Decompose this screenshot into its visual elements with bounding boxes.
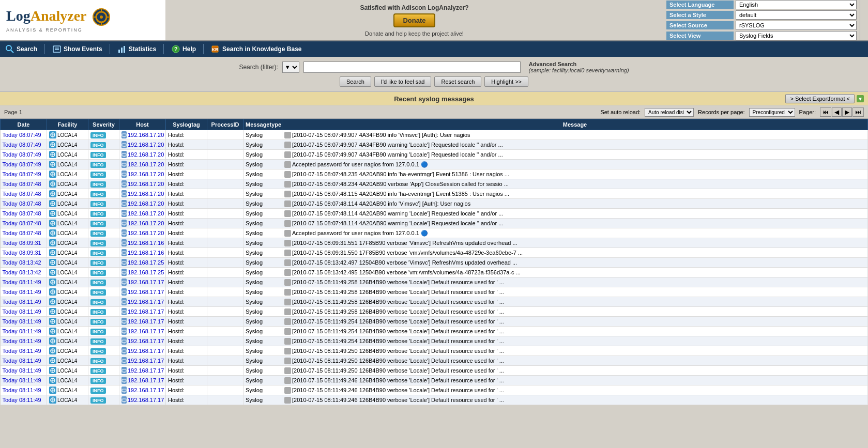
toolbar-kb[interactable]: KB Search in Knowledge Base xyxy=(209,43,303,55)
table-row[interactable]: Today 08:11:49 LOCAL4 INFO 192.168.17.17… xyxy=(1,277,868,287)
table-row[interactable]: Today 08:07:49 LOCAL4 INFO 192.168.17.20… xyxy=(1,140,868,150)
table-row[interactable]: Today 08:11:49 LOCAL4 INFO 192.168.17.17… xyxy=(1,317,868,327)
cell-syslogtag: Hostd: xyxy=(166,385,207,395)
facility-icon xyxy=(49,161,56,168)
table-row[interactable]: Today 08:11:49 LOCAL4 INFO 192.168.17.17… xyxy=(1,307,868,317)
view-select[interactable]: Syslog Fields xyxy=(736,31,857,40)
cell-processid xyxy=(207,356,243,366)
cell-host: 192.168.17.16 xyxy=(119,238,166,248)
pager-buttons: ⏮ ◀ ▶ ⏭ xyxy=(820,107,864,117)
cell-processid xyxy=(207,317,243,327)
cell-severity: INFO xyxy=(88,228,119,238)
table-row[interactable]: Today 08:13:42 LOCAL4 INFO 192.168.17.25… xyxy=(1,268,868,277)
export-format-button[interactable]: > Select Exportformat < xyxy=(785,94,855,103)
table-row[interactable]: Today 08:11:49 LOCAL4 INFO 192.168.17.17… xyxy=(1,385,868,395)
search-button[interactable]: Search xyxy=(340,76,371,87)
msg-icon xyxy=(284,161,291,168)
toolbar-help[interactable]: ? Help xyxy=(169,43,198,55)
msg-icon xyxy=(284,299,291,305)
svg-rect-32 xyxy=(122,153,126,156)
facility-icon xyxy=(49,200,56,207)
toolbar-events[interactable]: Show Events xyxy=(50,43,104,55)
highlight-button[interactable]: Highlight >> xyxy=(484,76,528,87)
table-row[interactable]: Today 08:11:49 LOCAL4 INFO 192.168.17.17… xyxy=(1,376,868,385)
table-row[interactable]: Today 08:07:49 LOCAL4 INFO 192.168.17.20… xyxy=(1,169,868,179)
table-row[interactable]: Today 08:07:48 LOCAL4 INFO 192.168.17.20… xyxy=(1,179,868,189)
cell-host: 192.168.17.20 xyxy=(119,140,166,150)
search-type-dropdown[interactable]: ▼ xyxy=(282,61,299,73)
cell-severity: INFO xyxy=(88,199,119,209)
source-select[interactable]: rSYSLOG xyxy=(736,21,857,30)
reset-search-button[interactable]: Reset search xyxy=(434,76,481,87)
pager-first[interactable]: ⏮ xyxy=(820,107,831,117)
table-row[interactable]: Today 08:09:31 LOCAL4 INFO 192.168.17.16… xyxy=(1,248,868,258)
cell-severity: INFO xyxy=(88,385,119,395)
donate-button[interactable]: Donate xyxy=(393,13,435,27)
cell-facility: LOCAL4 xyxy=(47,346,88,356)
logo-subtitle: ANALYSIS & REPORTING xyxy=(6,27,111,33)
host-icon xyxy=(121,377,127,384)
svg-line-8 xyxy=(11,50,13,53)
style-label: Select a Style xyxy=(666,11,734,19)
facility-text: LOCAL4 xyxy=(57,280,77,285)
table-row[interactable]: Today 08:07:49 LOCAL4 INFO 192.168.17.20… xyxy=(1,130,868,140)
cell-facility: LOCAL4 xyxy=(47,336,88,346)
pager-prev[interactable]: ◀ xyxy=(832,107,842,117)
search-input[interactable] xyxy=(303,61,521,73)
message-text: Accepted password for user nagios from 1… xyxy=(292,230,428,237)
host-icon xyxy=(121,210,127,217)
cell-facility: LOCAL4 xyxy=(47,179,88,189)
col-header-msgtype: Messagetype xyxy=(243,119,282,130)
svg-rect-102 xyxy=(122,291,126,293)
cell-host: 192.168.17.20 xyxy=(119,199,166,209)
table-row[interactable]: Today 08:07:48 LOCAL4 INFO 192.168.17.20… xyxy=(1,219,868,228)
table-row[interactable]: Today 08:11:49 LOCAL4 INFO 192.168.17.17… xyxy=(1,395,868,405)
table-row[interactable]: Today 08:07:49 LOCAL4 INFO 192.168.17.20… xyxy=(1,160,868,169)
table-row[interactable]: Today 08:11:49 LOCAL4 INFO 192.168.17.17… xyxy=(1,287,868,297)
cell-processid xyxy=(207,277,243,287)
msg-icon xyxy=(284,289,291,296)
feel-sad-button[interactable]: I'd like to feel sad xyxy=(374,76,432,87)
table-row[interactable]: Today 08:11:49 LOCAL4 INFO 192.168.17.17… xyxy=(1,356,868,366)
cell-processid xyxy=(207,150,243,160)
table-row[interactable]: Today 08:13:42 LOCAL4 INFO 192.168.17.25… xyxy=(1,258,868,268)
table-row[interactable]: Today 08:07:48 LOCAL4 INFO 192.168.17.20… xyxy=(1,209,868,219)
facility-icon xyxy=(49,396,56,404)
log-table-container: Date Facility Severity Host Syslogtag Pr… xyxy=(0,119,868,422)
table-row[interactable]: Today 08:11:49 LOCAL4 INFO 192.168.17.17… xyxy=(1,297,868,307)
toolbar-search[interactable]: Search xyxy=(3,43,39,55)
msg-icon xyxy=(284,142,291,148)
table-row[interactable]: Today 08:07:48 LOCAL4 INFO 192.168.17.20… xyxy=(1,228,868,238)
col-header-processid: ProcessID xyxy=(207,119,243,130)
facility-text: LOCAL4 xyxy=(57,191,77,197)
scrollbar[interactable] xyxy=(860,0,868,40)
cell-host: 192.168.17.20 xyxy=(119,169,166,179)
table-row[interactable]: Today 08:11:49 LOCAL4 INFO 192.168.17.17… xyxy=(1,346,868,356)
table-row[interactable]: Today 08:11:49 LOCAL4 INFO 192.168.17.17… xyxy=(1,327,868,336)
facility-icon xyxy=(49,220,56,227)
facility-text: LOCAL4 xyxy=(57,142,77,148)
records-select[interactable]: Preconfigured xyxy=(749,108,795,117)
pager-last[interactable]: ⏭ xyxy=(852,107,864,117)
svg-rect-72 xyxy=(122,232,126,235)
host-icon xyxy=(121,161,127,168)
toolbar-statistics[interactable]: Statistics xyxy=(115,43,158,55)
cell-syslogtag: Hostd: xyxy=(166,287,207,297)
reload-select[interactable]: Auto reload disi xyxy=(645,108,694,117)
toolbar-search-label: Search xyxy=(17,45,37,53)
pager-next[interactable]: ▶ xyxy=(842,107,852,117)
style-select[interactable]: default xyxy=(736,10,857,20)
facility-text: LOCAL4 xyxy=(57,378,77,383)
table-row[interactable]: Today 08:11:49 LOCAL4 INFO 192.168.17.17… xyxy=(1,336,868,346)
table-row[interactable]: Today 08:07:49 LOCAL4 INFO 192.168.17.20… xyxy=(1,150,868,160)
cell-date: Today 08:07:48 xyxy=(1,199,47,209)
table-row[interactable]: Today 08:07:48 LOCAL4 INFO 192.168.17.20… xyxy=(1,189,868,199)
language-select[interactable]: English xyxy=(736,0,857,9)
table-row[interactable]: Today 08:11:49 LOCAL4 INFO 192.168.17.17… xyxy=(1,366,868,376)
message-text: [2010-07-15 08:11:49.254 126B4B90 verbos… xyxy=(292,338,504,344)
cell-msgtype: Syslog xyxy=(243,336,282,346)
table-row[interactable]: Today 08:07:48 LOCAL4 INFO 192.168.17.20… xyxy=(1,199,868,209)
table-row[interactable]: Today 08:09:31 LOCAL4 INFO 192.168.17.16… xyxy=(1,238,868,248)
msg-icon xyxy=(284,230,291,237)
cell-date: Today 08:11:49 xyxy=(1,327,47,336)
